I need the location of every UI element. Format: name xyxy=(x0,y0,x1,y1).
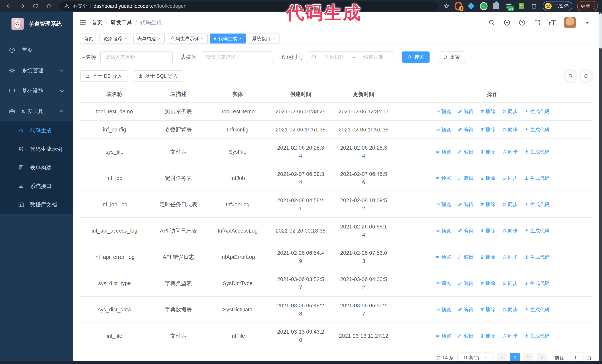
action-link-eye[interactable]: 预览 xyxy=(435,125,451,134)
tab-5[interactable]: 系统接口× xyxy=(248,33,280,43)
extension-icon-gem[interactable] xyxy=(467,2,475,10)
app-logo-row[interactable]: 芋道管理系统 xyxy=(0,12,73,34)
action-link-trash[interactable]: 删除 xyxy=(480,332,495,340)
action-link-pencil[interactable]: 编辑 xyxy=(458,305,473,314)
action-link-trash[interactable]: 删除 xyxy=(480,227,495,235)
action-link-trash[interactable]: 删除 xyxy=(480,253,495,261)
tab-close-icon[interactable]: × xyxy=(273,36,275,41)
date-range-picker[interactable]: 开始日期 - 结束日期 xyxy=(307,52,394,63)
toggle-search-button[interactable] xyxy=(565,71,576,82)
action-link-sync[interactable]: 同步 xyxy=(502,200,518,208)
paused-badge[interactable]: 已暂停 xyxy=(543,1,572,11)
tab-2[interactable]: 表单构建× xyxy=(133,33,165,43)
action-link-trash[interactable]: 删除 xyxy=(480,200,495,208)
update-button[interactable]: 更新 xyxy=(577,1,598,11)
back-button[interactable] xyxy=(6,3,12,9)
action-link-download[interactable]: 生成代码 xyxy=(524,227,549,235)
action-link-download[interactable]: 生成代码 xyxy=(524,174,549,182)
action-link-eye[interactable]: 预览 xyxy=(435,279,451,287)
reset-button[interactable]: 重置 xyxy=(438,52,465,63)
action-link-download[interactable]: 生成代码 xyxy=(524,253,549,261)
extension-icon-gray[interactable] xyxy=(492,2,500,10)
action-link-trash[interactable]: 删除 xyxy=(480,174,495,182)
refresh-table-button[interactable] xyxy=(581,71,592,82)
table-name-input[interactable] xyxy=(100,52,173,63)
action-link-pencil[interactable]: 编辑 xyxy=(458,279,473,287)
extensions-menu-button[interactable] xyxy=(530,2,538,10)
action-link-pencil[interactable]: 编辑 xyxy=(458,125,473,134)
breadcrumb-item-tools[interactable]: 研发工具 xyxy=(111,19,132,26)
action-link-download[interactable]: 生成代码 xyxy=(524,200,549,208)
search-button[interactable]: 搜索 xyxy=(402,52,430,63)
date-start-placeholder[interactable]: 开始日期 xyxy=(318,54,351,61)
action-link-sync[interactable]: 同步 xyxy=(502,227,518,235)
scrollbar-thumb[interactable] xyxy=(599,13,602,49)
action-link-download[interactable]: 生成代码 xyxy=(524,148,549,156)
tab-1[interactable]: 链路追踪× xyxy=(99,33,131,43)
fullscreen-icon[interactable] xyxy=(534,19,541,26)
avatar[interactable] xyxy=(564,17,576,28)
avatar-caret-icon[interactable] xyxy=(584,19,591,26)
action-link-trash[interactable]: 删除 xyxy=(480,148,495,156)
action-link-download[interactable]: 生成代码 xyxy=(524,332,549,340)
action-link-eye[interactable]: 预览 xyxy=(435,107,451,115)
font-size-icon[interactable]: tT xyxy=(549,19,556,27)
security-warning-icon[interactable] xyxy=(64,3,69,9)
submenu-item-3[interactable]: 系统接口 xyxy=(0,177,73,196)
action-link-sync[interactable]: 同步 xyxy=(502,174,518,182)
action-link-trash[interactable]: 删除 xyxy=(480,305,495,314)
action-link-pencil[interactable]: 编辑 xyxy=(458,174,473,182)
address-bar[interactable]: 不安全 dashboard.yudao.iocoder.cn/tool/code… xyxy=(59,1,439,11)
tab-close-icon[interactable]: × xyxy=(158,36,161,41)
action-link-pencil[interactable]: 编辑 xyxy=(458,148,473,156)
breadcrumb-item-home[interactable]: 首页 xyxy=(92,19,102,26)
action-link-eye[interactable]: 预览 xyxy=(435,227,451,235)
action-link-eye[interactable]: 预览 xyxy=(435,200,451,208)
action-link-download[interactable]: 生成代码 xyxy=(524,107,549,115)
extension-icon-green[interactable] xyxy=(517,2,525,10)
submenu-item-2[interactable]: 表单构建 xyxy=(0,158,73,177)
import-db-button[interactable]: 基于 DB 导入 xyxy=(80,70,128,82)
action-link-sync[interactable]: 同步 xyxy=(502,279,518,287)
action-link-eye[interactable]: 预览 xyxy=(435,253,451,261)
action-link-sync[interactable]: 同步 xyxy=(502,107,518,115)
reload-button[interactable] xyxy=(32,3,39,9)
page-scrollbar[interactable] xyxy=(599,12,602,361)
action-link-sync[interactable]: 同步 xyxy=(502,125,518,134)
submenu-item-4[interactable]: 数据库文档 xyxy=(0,196,73,214)
forward-button[interactable] xyxy=(19,3,25,9)
sidebar-item-1[interactable]: 系统管理 xyxy=(0,60,73,81)
action-link-download[interactable]: 生成代码 xyxy=(524,305,549,314)
action-link-trash[interactable]: 删除 xyxy=(480,279,495,287)
extension-icon-list[interactable]: on xyxy=(505,2,513,10)
action-link-download[interactable]: 生成代码 xyxy=(524,279,549,287)
action-link-sync[interactable]: 同步 xyxy=(502,253,518,261)
sidebar-toggle-button[interactable] xyxy=(73,19,92,26)
table-desc-input[interactable] xyxy=(201,52,273,63)
action-link-sync[interactable]: 同步 xyxy=(502,148,518,156)
submenu-item-1[interactable]: 代码生成示例 xyxy=(0,140,73,158)
tab-0[interactable]: 首页 xyxy=(80,33,97,43)
action-link-pencil[interactable]: 编辑 xyxy=(458,107,473,115)
header-search-icon[interactable] xyxy=(488,19,495,26)
action-link-sync[interactable]: 同步 xyxy=(502,305,518,314)
github-icon[interactable] xyxy=(504,19,510,26)
home-button[interactable] xyxy=(46,3,52,9)
action-link-eye[interactable]: 预览 xyxy=(435,174,451,182)
action-link-eye[interactable]: 预览 xyxy=(435,332,451,340)
bookmark-star-icon[interactable] xyxy=(443,3,450,9)
help-icon[interactable] xyxy=(519,19,526,26)
action-link-pencil[interactable]: 编辑 xyxy=(458,200,473,208)
sidebar-item-2[interactable]: 基础设施 xyxy=(0,81,73,101)
browser-menu-icon[interactable] xyxy=(593,3,595,9)
action-link-pencil[interactable]: 编辑 xyxy=(458,227,473,235)
tab-close-icon[interactable]: × xyxy=(124,36,127,41)
action-link-trash[interactable]: 删除 xyxy=(480,125,495,134)
tab-close-icon[interactable]: × xyxy=(201,36,204,41)
action-link-download[interactable]: 生成代码 xyxy=(524,125,549,134)
tab-3[interactable]: 代码生成示例× xyxy=(167,33,208,43)
action-link-trash[interactable]: 删除 xyxy=(480,107,495,115)
submenu-item-0[interactable]: 代码生成 xyxy=(0,122,73,140)
action-link-eye[interactable]: 预览 xyxy=(435,148,451,156)
sidebar-item-3[interactable]: 研发工具 xyxy=(0,101,73,122)
